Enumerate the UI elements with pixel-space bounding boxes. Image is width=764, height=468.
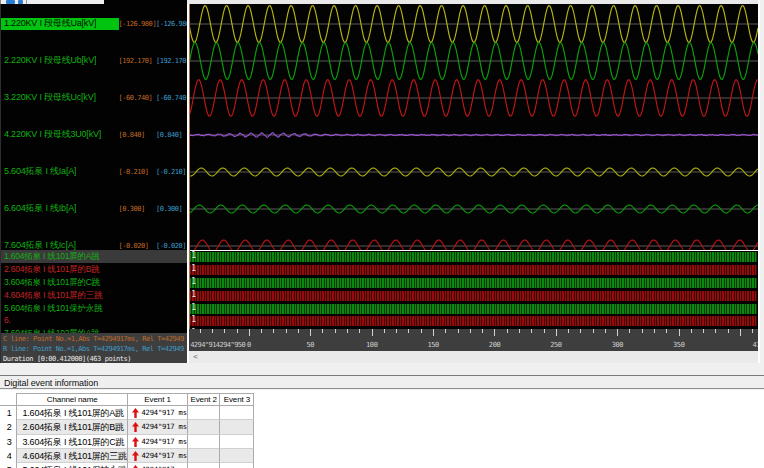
event-table-cell-num: 3 (0, 435, 17, 449)
waveform-trace-3U0 (189, 132, 758, 137)
analog-channel-name[interactable]: 4.220KV I 段母线3U0[kV] (4, 129, 101, 140)
digital-channel-row[interactable]: 2.604拓泉 I 线101屏的B跳 (1, 263, 187, 276)
toolbar-icon-2[interactable] (18, 0, 23, 4)
analog-channel-row[interactable]: 5.604拓泉 I 线Ia[A][-0.210][-0.210] (1, 166, 187, 177)
ruler-tick-label: 150 (427, 341, 438, 350)
event-table-row[interactable]: 33.604拓泉 I 线101屏的C跳4294"917 ms (0, 435, 254, 449)
analog-channel-name[interactable]: 6.604拓泉 I 线Ib[A] (4, 203, 76, 214)
ruler-tick (740, 329, 741, 336)
ruler-tick (200, 329, 201, 333)
event-table-cell-e3 (220, 420, 254, 434)
analog-channel-c-value: [-0.210] (119, 167, 157, 178)
analog-channel-row[interactable]: 4.220KV I 段母线3U0[kV][0.840][0.840] (1, 129, 187, 140)
ruler-tick (310, 329, 311, 336)
ruler-tick (556, 329, 557, 336)
panel-right-border (758, 0, 760, 364)
digital-channel-name: 5.604拓泉 I 线101保护永跳 (4, 303, 102, 313)
digital-state-value: 1 (191, 315, 196, 324)
event-table-cell-e2 (188, 420, 221, 434)
event-table-cell-num: 4 (0, 449, 17, 463)
event-table-cell-e3 (220, 406, 254, 420)
event-table-cell-name: Channel name (17, 393, 128, 406)
event-rise-arrow-icon (132, 422, 139, 432)
ruler-tick (605, 329, 606, 333)
event-table-cell-e2 (188, 406, 221, 420)
c-cursor-line[interactable] (189, 4, 190, 330)
ruler-tick (470, 329, 471, 333)
digital-event-header-bar: Digital event information (0, 375, 764, 389)
digital-trace-bar: 1 (190, 252, 757, 262)
analog-channel-row[interactable]: 3.220KV I 段母线Uc[kV][-60.740][-60.740] (1, 92, 187, 103)
toolbar-icon-1[interactable] (6, 0, 15, 4)
toolbar-clipped-right (188, 0, 758, 4)
ruler-tick (237, 329, 238, 333)
digital-channel-row[interactable]: 3.604拓泉 I 线101屏的C跳 (1, 276, 187, 289)
event-table-row[interactable]: 44.604拓泉 I 线101屏的三跳4294"917 ms (0, 449, 254, 463)
digital-trace-row: 1 (189, 304, 758, 316)
ruler-tick (335, 329, 336, 333)
ruler-tick (519, 329, 520, 333)
digital-channel-name: 4.604拓泉 I 线101屏的三跳 (4, 290, 102, 300)
ruler-tick (322, 329, 323, 333)
digital-traces: 1111111 (189, 251, 758, 329)
event-table-row[interactable]: 22.604拓泉 I 线101屏的B跳4294"917 ms (0, 420, 254, 434)
digital-state-value: 1 (191, 251, 196, 260)
digital-channel-name: 3.604拓泉 I 线101屏的C跳 (4, 277, 100, 287)
time-ruler[interactable]: 0501001502002503003504294"914294"950412 (189, 329, 758, 351)
analog-channel-name[interactable]: 3.220KV I 段母线Uc[kV] (4, 92, 96, 103)
ruler-tick (224, 329, 225, 333)
event-time: 4294"917 ms (141, 406, 186, 420)
analog-channel-name[interactable]: 1.220KV I 段母线Ua[kV] (4, 18, 96, 29)
digital-event-title: Digital event information (4, 378, 98, 388)
analog-channel-row[interactable]: 6.604拓泉 I 线Ib[A][0.300][0.300] (1, 203, 187, 214)
analog-channel-name[interactable]: 5.604拓泉 I 线Ia[A] (4, 166, 76, 177)
digital-state-value: 1 (191, 264, 196, 273)
digital-channel-name: 1.604拓泉 I 线101屏的A跳 (4, 251, 100, 261)
ruler-tick (212, 329, 213, 333)
ruler-tick (654, 329, 655, 333)
ruler-tick (261, 329, 262, 333)
analog-channel-name[interactable]: 2.220KV I 段母线Ub[kV] (4, 55, 96, 66)
event-rise-arrow-icon (132, 408, 139, 418)
event-table-cell-num (0, 393, 17, 406)
event-table-cell-e3 (220, 449, 254, 463)
digital-trace-row: 1 (189, 265, 758, 277)
ruler-tick (642, 329, 643, 333)
analog-channel-row[interactable]: 2.220KV I 段母线Ub[kV][192.170][192.170] (1, 55, 187, 66)
waveform-panel[interactable]: 1111111 0501001502002503003504294"914294… (189, 4, 758, 352)
ruler-tick (384, 329, 385, 333)
scroll-left-button[interactable]: < (191, 352, 201, 362)
event-table-row[interactable]: 55.604拓泉 I 线101保护永跳4294"917 ms (0, 463, 254, 468)
analog-channel-row[interactable]: 1.220KV I 段母线Ua[kV][-126.980][-126.980] (1, 18, 187, 29)
ruler-tick-label: 350 (673, 341, 684, 350)
ruler-tick (593, 329, 594, 333)
event-table-row[interactable]: 11.604拓泉 I 线101屏的A跳4294"917 ms (0, 406, 254, 420)
event-rise-arrow-icon (132, 451, 139, 461)
digital-trace-bar: 1 (190, 304, 757, 314)
toolbar-separator (26, 0, 27, 4)
ruler-tick (544, 329, 545, 333)
digital-channel-row[interactable]: 5.604拓泉 I 线101保护永跳 (1, 302, 187, 315)
horizontal-scrollbar[interactable]: < (189, 351, 758, 363)
digital-channel-row[interactable]: 1.604拓泉 I 线101屏的A跳 (1, 250, 187, 263)
event-table-cell-e3: Event 3 (220, 393, 254, 406)
digital-trace-bar: 1 (190, 291, 757, 301)
analog-channel-c-value: [-126.980] (119, 19, 157, 30)
event-table-cell-e1: 4294"917 ms (128, 463, 187, 468)
ruler-tick (691, 329, 692, 333)
digital-state-value: 1 (191, 303, 196, 312)
digital-channel-row[interactable]: 6. (1, 314, 187, 327)
digital-channel-list: 1.604拓泉 I 线101屏的A跳2.604拓泉 I 线101屏的B跳3.60… (1, 250, 187, 333)
ruler-tick (629, 329, 630, 333)
ruler-tick (359, 329, 360, 333)
digital-channel-row[interactable]: 4.604拓泉 I 线101屏的三跳 (1, 289, 187, 302)
c-cursor-status: C line: Point No.=1,Abs T=4294917ms, Rel… (3, 334, 187, 344)
ruler-tick-label: 200 (489, 341, 500, 350)
ruler-tick (298, 329, 299, 333)
ruler-tick (421, 329, 422, 333)
ruler-tick (617, 329, 618, 336)
digital-channel-name: 6. (4, 315, 11, 325)
digital-trace-row: 1 (189, 316, 758, 328)
ruler-tick (347, 329, 348, 333)
ruler-tick (458, 329, 459, 333)
